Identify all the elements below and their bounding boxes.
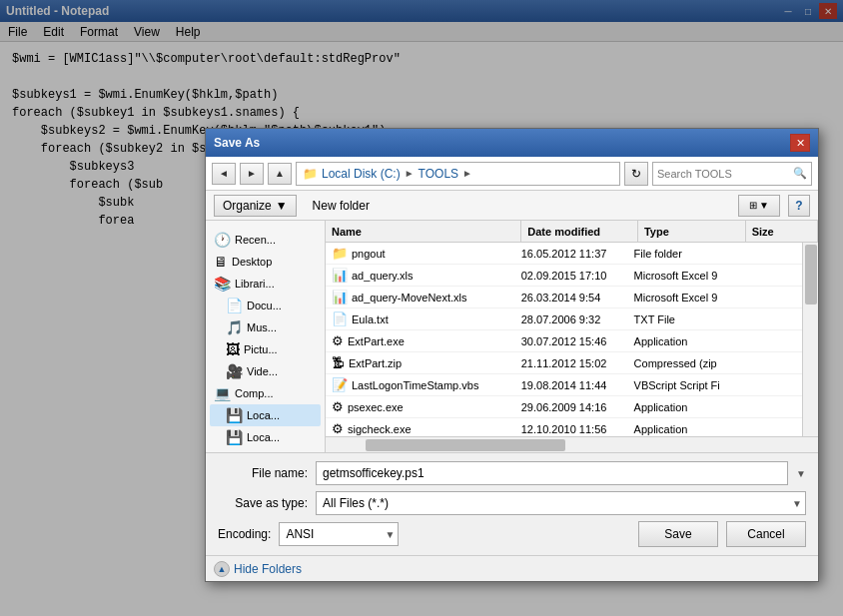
table-row[interactable]: 📊 ad_query.xls 02.09.2015 17:10 Microsof… [326, 265, 802, 287]
file-size [732, 352, 802, 373]
save-button[interactable]: Save [638, 521, 718, 547]
file-icon: 📊 [332, 268, 348, 283]
file-type: File folder [628, 243, 732, 264]
file-list-header: Name Date modified Type Size [326, 221, 818, 243]
file-type: TXT File [628, 308, 732, 329]
file-size [732, 287, 802, 308]
file-date: 30.07.2012 15:46 [515, 330, 628, 351]
documents-icon: 📄 [226, 298, 243, 313]
pictures-icon: 🖼 [226, 341, 240, 357]
sidebar-item-recent[interactable]: 🕐 Recen... [210, 229, 321, 251]
filename-input-container [316, 461, 788, 485]
sidebar-label-libraries: Librari... [235, 278, 275, 290]
filename-row: File name: ▼ [218, 461, 806, 485]
sidebar-item-videos[interactable]: 🎥 Vide... [210, 360, 321, 382]
file-list: 📁 pngout 16.05.2012 11:37 File folder 📊 … [326, 243, 802, 436]
dialog-title: Save As [214, 136, 260, 150]
sidebar-label-local2: Loca... [247, 431, 280, 443]
file-name: ad_query.xls [352, 270, 414, 282]
col-header-size[interactable]: Size [746, 221, 818, 242]
table-row[interactable]: ⚙ psexec.exe 29.06.2009 14:16 Applicatio… [326, 396, 802, 418]
videos-icon: 🎥 [226, 363, 243, 379]
desktop-icon: 🖥 [214, 254, 228, 270]
search-input[interactable] [657, 168, 793, 180]
hide-folders-label: Hide Folders [234, 562, 302, 576]
hide-folders-bar: ▲ Hide Folders [206, 555, 818, 581]
cancel-button[interactable]: Cancel [726, 521, 806, 547]
table-row[interactable]: 📁 pngout 16.05.2012 11:37 File folder [326, 243, 802, 265]
up-button[interactable]: ▲ [268, 163, 292, 185]
sidebar-item-pictures[interactable]: 🖼 Pictu... [210, 338, 321, 360]
search-box[interactable]: 🔍 [652, 162, 812, 186]
breadcrumb-end-arrow: ► [462, 168, 472, 179]
file-size [732, 330, 802, 351]
horizontal-scrollbar[interactable] [326, 436, 818, 452]
sidebar-item-computer[interactable]: 💻 Comp... [210, 382, 321, 404]
col-header-name[interactable]: Name [326, 221, 521, 242]
address-bar: ◄ ► ▲ 📁 Local Disk (C:) ► TOOLS ► ↻ 🔍 [206, 157, 818, 191]
breadcrumb-icon: 📁 [303, 167, 318, 181]
filename-dropdown-arrow: ▼ [796, 468, 806, 479]
file-icon: 📄 [332, 311, 348, 326]
organize-button[interactable]: Organize ▼ [214, 195, 297, 217]
scrollbar[interactable] [802, 243, 818, 436]
toolbar: Organize ▼ New folder ⊞ ▼ ? [206, 191, 818, 221]
table-row[interactable]: 📄 Eula.txt 28.07.2006 9:32 TXT File [326, 308, 802, 330]
file-size [732, 374, 802, 395]
back-button[interactable]: ◄ [212, 163, 236, 185]
sidebar-item-desktop[interactable]: 🖥 Desktop [210, 251, 321, 273]
file-name: psexec.exe [348, 401, 404, 413]
action-buttons: Save Cancel [638, 521, 806, 547]
hide-arrow-symbol: ▲ [218, 564, 227, 574]
file-icon: 📊 [332, 290, 348, 305]
file-name: LastLogonTimeStamp.vbs [352, 379, 478, 391]
file-size [732, 396, 802, 417]
sidebar-label-music: Mus... [247, 321, 277, 333]
file-type: Application [628, 418, 732, 436]
encoding-left: Encoding: ANSI ▼ [218, 522, 399, 546]
file-date: 26.03.2014 9:54 [515, 287, 628, 308]
dialog-bottom: File name: ▼ Save as type: All Files (*.… [206, 452, 818, 555]
recent-icon: 🕐 [214, 232, 231, 248]
sidebar-item-local2[interactable]: 💾 Loca... [210, 426, 321, 448]
file-icon: ⚙ [332, 421, 344, 436]
savetype-container: All Files (*.*) ▼ [316, 491, 806, 515]
file-date: 19.08.2014 11:44 [515, 374, 628, 395]
sidebar-label-desktop: Desktop [232, 256, 272, 268]
savetype-select[interactable]: All Files (*.*) [316, 491, 806, 515]
view-button[interactable]: ⊞ ▼ [738, 195, 780, 217]
breadcrumb-item[interactable]: Local Disk (C:) [322, 167, 401, 181]
file-name: pngout [352, 248, 386, 260]
encoding-select[interactable]: ANSI [279, 522, 399, 546]
table-row[interactable]: ⚙ sigcheck.exe 12.10.2010 11:56 Applicat… [326, 418, 802, 436]
hscroll-thumb[interactable] [366, 439, 565, 451]
table-row[interactable]: 📊 ad_query-MoveNext.xls 26.03.2014 9:54 … [326, 287, 802, 308]
view-arrow-icon: ▼ [759, 200, 769, 211]
col-header-type[interactable]: Type [638, 221, 746, 242]
table-row[interactable]: ⚙ ExtPart.exe 30.07.2012 15:46 Applicati… [326, 330, 802, 352]
file-name: ad_query-MoveNext.xls [352, 292, 467, 304]
file-date: 12.10.2010 11:56 [515, 418, 628, 436]
file-type: Microsoft Excel 9 [628, 287, 732, 308]
refresh-button[interactable]: ↻ [624, 162, 648, 186]
hide-folders-button[interactable]: ▲ Hide Folders [214, 561, 302, 577]
sidebar-item-local1[interactable]: 💾 Loca... [210, 404, 321, 426]
dialog-close-button[interactable]: ✕ [790, 134, 810, 152]
breadcrumb[interactable]: 📁 Local Disk (C:) ► TOOLS ► [296, 162, 620, 186]
filename-input[interactable] [316, 461, 788, 485]
sidebar-item-libraries[interactable]: 📚 Librari... [210, 273, 321, 295]
organize-arrow-icon: ▼ [276, 199, 288, 213]
table-row[interactable]: 📝 LastLogonTimeStamp.vbs 19.08.2014 11:4… [326, 374, 802, 396]
sidebar-item-documents[interactable]: 📄 Docu... [210, 295, 321, 316]
breadcrumb-separator: ► [405, 168, 415, 179]
table-row[interactable]: 🗜 ExtPart.zip 21.11.2012 15:02 Compresse… [326, 352, 802, 374]
help-button[interactable]: ? [788, 195, 810, 217]
forward-button[interactable]: ► [240, 163, 264, 185]
breadcrumb-item-tools[interactable]: TOOLS [419, 167, 458, 181]
scrollbar-thumb[interactable] [805, 245, 817, 305]
sidebar-item-music[interactable]: 🎵 Mus... [210, 316, 321, 338]
save-as-dialog: Save As ✕ ◄ ► ▲ 📁 Local Disk (C:) ► TOOL… [205, 128, 819, 582]
col-header-date[interactable]: Date modified [521, 221, 638, 242]
new-folder-button[interactable]: New folder [305, 195, 378, 217]
savetype-label: Save as type: [218, 496, 308, 510]
